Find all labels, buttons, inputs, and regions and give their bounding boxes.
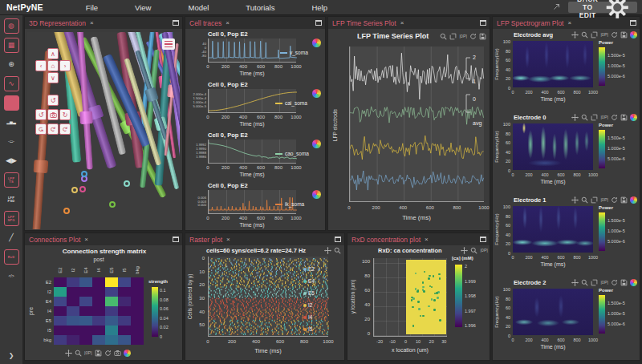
color-wheel-icon[interactable] [630,279,637,286]
layers-menu-icon[interactable] [162,38,175,50]
color-wheel-icon[interactable] [630,114,637,121]
zoom-options-icon[interactable]: |0P| [480,247,488,254]
reset-icon[interactable] [611,196,618,204]
menu-help[interactable]: Help [311,3,327,12]
zoom-icon[interactable] [334,247,341,254]
color-wheel-icon[interactable] [124,350,131,357]
lfp-spectrogram-icon[interactable]: LFPSPG [4,211,19,226]
crop-icon[interactable] [449,33,457,40]
crop-icon[interactable] [591,196,598,204]
zoom-options-icon[interactable]: |0P| [600,31,608,38]
maximize-icon[interactable] [173,20,179,26]
pan-icon[interactable] [324,247,331,254]
close-icon[interactable]: × [84,236,88,243]
close-icon[interactable]: × [90,19,94,26]
spike-histogram-icon[interactable]: ▂▅▃ [4,115,19,130]
close-icon[interactable]: × [226,236,230,243]
rotate-right-button[interactable]: › [59,60,71,71]
menu-file[interactable]: File [86,3,98,12]
panel-header[interactable]: 3D Representation × [25,17,182,29]
rate-spectrogram-icon[interactable]: ╱ [4,230,19,245]
launch-icon[interactable] [553,3,562,12]
orbit-right-button[interactable]: ↻ [59,109,71,120]
maximize-icon[interactable] [315,20,322,26]
rxd-plot-icon[interactable]: RxD [4,249,19,265]
rotate-down-button[interactable]: ∨ [47,72,59,83]
cell-traces-icon[interactable]: ∿ [4,76,19,91]
zoom-icon[interactable] [75,350,82,357]
zoom-icon[interactable] [581,31,588,38]
pan-icon[interactable] [571,279,579,286]
zoom-icon[interactable] [470,247,477,254]
pan-icon[interactable] [65,350,72,357]
color-wheel-icon[interactable] [312,89,321,98]
roll-left-button[interactable]: ↺ [35,123,47,135]
close-icon[interactable]: × [567,19,571,26]
reset-icon[interactable] [469,33,477,40]
rotate-up-button[interactable]: ∧ [47,48,59,59]
maximize-icon[interactable] [480,20,486,26]
color-wheel-icon[interactable] [312,140,321,148]
panel-header[interactable]: RxD concentration plot × [347,233,490,245]
panel-header[interactable]: Cell traces × [185,17,325,29]
color-wheel-icon[interactable] [312,190,321,199]
reset-icon[interactable] [104,350,112,357]
save-icon[interactable] [479,33,486,40]
reset-icon[interactable] [611,114,618,121]
save-icon[interactable] [95,350,102,357]
crop-icon[interactable] [591,114,598,121]
save-icon[interactable] [620,196,628,204]
network-2d-icon[interactable]: ⊛ [4,57,19,72]
roll-right-button[interactable]: ↻ [59,123,71,135]
spin-up-button[interactable]: ↺ [47,95,59,106]
rotate-left-button[interactable]: ‹ [35,60,47,71]
close-icon[interactable]: × [425,236,429,243]
zoom-options-icon[interactable]: |0P| [600,114,608,121]
pan-icon[interactable] [571,196,579,204]
zoom-icon[interactable] [581,279,588,286]
panel-header[interactable]: LFP Time Series Plot × [328,17,490,29]
representation-3d-icon[interactable]: ■ [4,95,19,111]
raster-plot-icon[interactable]: ▦ [4,38,19,53]
maximize-icon[interactable] [480,237,486,242]
granger-plot-icon[interactable]: -▭- [4,134,19,149]
reset-icon[interactable] [611,279,618,286]
connectivity-plot-icon[interactable]: ◍ [4,18,19,34]
maximize-icon[interactable] [173,237,179,242]
panel-header[interactable]: Raster plot × [185,233,344,245]
zoom-options-icon[interactable]: |0P| [600,196,608,204]
lfp-timeseries-icon[interactable]: LFPTS [4,172,19,188]
camera-icon[interactable] [114,350,121,357]
reset-icon[interactable] [611,31,618,38]
close-icon[interactable]: × [400,19,404,26]
pan-icon[interactable] [571,31,579,38]
menu-view[interactable]: View [135,3,151,12]
zoom-options-icon[interactable]: |0P| [84,350,92,357]
lfp-psd-icon[interactable]: LFPPSD [4,192,19,207]
back-to-edit-button[interactable]: BACK TO EDIT [568,2,637,13]
color-wheel-icon[interactable] [630,196,637,204]
save-icon[interactable] [620,31,628,38]
color-wheel-icon[interactable] [312,38,321,47]
crop-icon[interactable] [591,279,598,286]
menu-tutorials[interactable]: Tutorials [246,3,274,12]
save-icon[interactable] [620,114,628,121]
orbit-left-button[interactable]: ↺ [35,109,47,120]
zoom-icon[interactable] [581,196,588,204]
menu-model[interactable]: Model [188,3,209,12]
crop-icon[interactable] [591,31,598,38]
home-view-button[interactable]: ⌂ [47,60,59,71]
spike-stats-icon[interactable]: ◀▶ [4,153,19,168]
pan-icon[interactable] [571,114,579,121]
color-wheel-icon[interactable] [630,31,637,38]
close-icon[interactable]: × [226,19,230,26]
maximize-icon[interactable] [335,237,341,242]
pan-icon[interactable] [461,247,468,254]
auto-rotate-button[interactable]: ↻ [47,123,59,135]
maximize-icon[interactable] [630,20,636,26]
panel-header[interactable]: Connections Plot × [25,233,182,245]
zoom-options-icon[interactable]: |0P| [459,33,467,40]
camera-button[interactable] [47,109,59,120]
save-icon[interactable] [620,279,628,286]
zoom-options-icon[interactable]: |0P| [600,279,608,286]
